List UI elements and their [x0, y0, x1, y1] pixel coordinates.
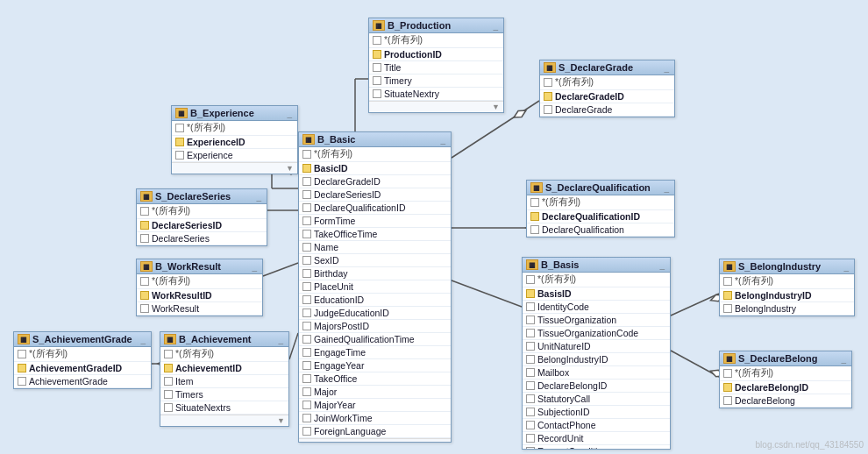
minimize-btn[interactable]: _ — [662, 63, 671, 73]
table-name-b-workresult: B_WorkResult — [155, 261, 221, 272]
scroll-indicator: ▼ — [369, 101, 503, 112]
table-icon: ▦ — [140, 191, 153, 202]
table-row: BelongIndustry — [720, 302, 854, 316]
table-row: *(所有列) — [160, 347, 288, 362]
field-icon — [302, 374, 311, 383]
table-row: TakeOfficeTime — [299, 228, 451, 241]
key-icon — [18, 364, 26, 372]
table-name-s-belongindustry: S_BelongIndustry — [738, 261, 821, 272]
table-row: *(所有列) — [137, 274, 262, 289]
table-name-b-experience: B_Experience — [190, 108, 254, 118]
table-row: EngageYear — [299, 359, 451, 372]
field-icon — [526, 342, 535, 351]
minimize-btn[interactable]: _ — [839, 354, 848, 364]
table-icon: ▦ — [175, 108, 188, 118]
table-row: BasicID — [299, 162, 451, 175]
table-row: AchievementGrade — [14, 375, 151, 388]
key-icon — [373, 50, 381, 59]
table-s-achievementgrade: ▦ S_AchievementGrade _ *(所有列) Achievemen… — [13, 331, 152, 389]
table-row: DeclareQualificationID — [299, 202, 451, 215]
field-icon — [164, 377, 173, 386]
field-icon — [302, 216, 311, 225]
table-row: DeclareBelong — [720, 394, 851, 408]
field-icon — [526, 421, 535, 429]
minimize-btn[interactable]: _ — [254, 192, 263, 202]
field-icon — [526, 394, 535, 403]
svg-line-9 — [289, 333, 298, 359]
scroll-indicator: ▼ — [172, 162, 297, 174]
table-b-production: ▦ B_Production _ *(所有列) ProductionID Tit… — [368, 18, 504, 113]
field-icon — [530, 225, 539, 234]
field-icon — [530, 198, 539, 207]
table-row: StatutoryCall — [523, 393, 670, 406]
svg-line-8 — [263, 263, 298, 276]
table-body-s-belongindustry: *(所有列) BelongIndustryID BelongIndustry — [720, 274, 854, 316]
minimize-btn[interactable]: _ — [250, 262, 259, 272]
table-name-b-achievement: B_Achievement — [179, 334, 252, 344]
table-header-b-achievement: ▦ B_Achievement _ — [160, 332, 288, 347]
table-icon: ▦ — [530, 182, 543, 193]
svg-marker-13 — [512, 108, 528, 121]
minimize-btn[interactable]: _ — [842, 262, 850, 272]
table-row: WorkResult — [137, 302, 262, 316]
table-body-b-achievement: *(所有列) AchievementID Item Timers Situate… — [160, 347, 288, 415]
table-header-b-workresult: ▦ B_WorkResult _ — [137, 259, 262, 274]
field-icon — [302, 427, 311, 436]
table-body-b-experience: *(所有列) ExperienceID Experience — [172, 121, 297, 162]
key-icon — [544, 92, 552, 101]
table-name-s-declaregrade: S_DeclareGrade — [559, 62, 633, 73]
table-row: UnitNatureID — [523, 340, 670, 353]
key-icon — [175, 138, 184, 146]
field-icon — [175, 124, 184, 132]
field-icon — [302, 230, 311, 238]
table-icon: ▦ — [18, 334, 30, 344]
table-header-b-basic: ▦ B_Basic _ — [299, 132, 451, 147]
table-header-b-experience: ▦ B_Experience _ — [172, 106, 297, 121]
table-header-s-achievementgrade: ▦ S_AchievementGrade _ — [14, 332, 151, 347]
field-icon — [373, 89, 381, 98]
field-icon — [302, 203, 311, 212]
table-row: *(所有列) — [720, 366, 851, 381]
table-row: DeclareSeries — [137, 232, 267, 245]
field-icon — [373, 36, 381, 45]
table-name-s-declarebelong: S_DeclareBelong — [738, 353, 817, 364]
field-icon — [526, 275, 535, 284]
database-diagram-canvas: ▦ B_Production _ *(所有列) ProductionID Tit… — [0, 0, 868, 454]
field-icon — [723, 369, 732, 378]
svg-line-19 — [671, 351, 719, 377]
field-icon — [723, 304, 732, 313]
minimize-btn[interactable]: _ — [139, 335, 147, 344]
table-row: Mailbox — [523, 366, 670, 380]
table-b-experience: ▦ B_Experience _ *(所有列) ExperienceID Exp… — [171, 105, 298, 174]
minimize-btn[interactable]: _ — [491, 21, 500, 31]
table-row: Timery — [369, 74, 503, 88]
field-icon — [302, 150, 311, 159]
table-icon: ▦ — [373, 20, 385, 31]
table-body-s-declarequalification: *(所有列) DeclareQualificationID DeclareQua… — [527, 195, 674, 237]
table-row: DeclareSeriesID — [137, 219, 267, 232]
field-icon — [526, 329, 535, 337]
field-icon — [526, 316, 535, 324]
table-row: JudgeEducationID — [299, 307, 451, 320]
table-s-declareseries: ▦ S_DeclareSeries _ *(所有列) DeclareSeries… — [136, 188, 267, 246]
table-row: Name — [299, 241, 451, 254]
table-name-b-basic: B_Basic — [317, 134, 355, 145]
table-row: DeclareSeriesID — [299, 188, 451, 202]
minimize-btn[interactable]: _ — [658, 260, 666, 270]
table-body-s-declaregrade: *(所有列) DeclareGradeID DeclareGrade — [540, 75, 674, 117]
table-row: DeclareGrade — [540, 103, 674, 117]
table-body-s-achievementgrade: *(所有列) AchievementGradeID AchievementGra… — [14, 347, 151, 388]
field-icon — [302, 269, 311, 278]
minimize-btn[interactable]: _ — [276, 335, 285, 344]
field-icon — [302, 243, 311, 252]
table-row: ForeignLanguage — [299, 425, 451, 438]
table-row: RecordUnit — [523, 432, 670, 445]
field-icon — [302, 361, 311, 370]
table-s-declarebelong: ▦ S_DeclareBelong _ *(所有列) DeclareBelong… — [719, 351, 852, 408]
minimize-btn[interactable]: _ — [662, 183, 671, 193]
table-s-belongindustry: ▦ S_BelongIndustry _ *(所有列) BelongIndust… — [719, 259, 855, 316]
minimize-btn[interactable]: _ — [285, 109, 294, 118]
table-body-b-production: *(所有列) ProductionID Title Timery Situate… — [369, 33, 503, 101]
table-row: BasisID — [523, 287, 670, 301]
minimize-btn[interactable]: _ — [438, 135, 447, 145]
